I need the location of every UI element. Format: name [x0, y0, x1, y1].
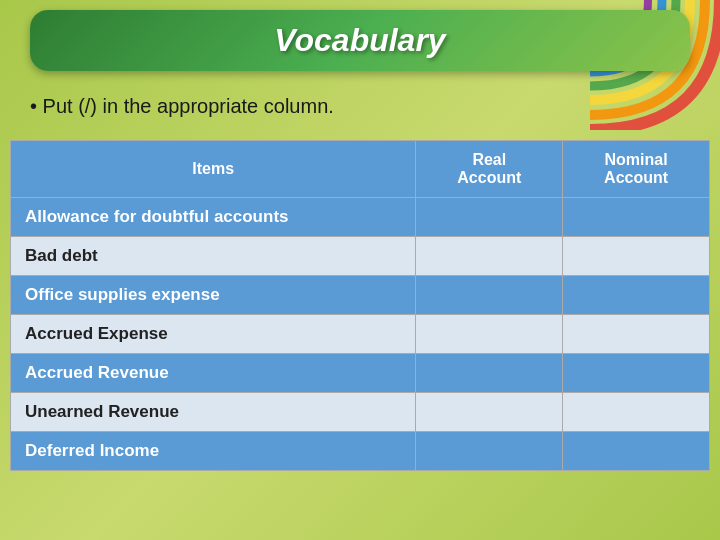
table-row: Accrued Expense [11, 315, 710, 354]
table-row: Allowance for doubtful accounts [11, 198, 710, 237]
table-cell-nominal [563, 276, 710, 315]
page-title: Vocabulary [274, 22, 445, 58]
col-header-items: Items [11, 141, 416, 198]
table-cell-item: Accrued Revenue [11, 354, 416, 393]
table-row: Deferred Income [11, 432, 710, 471]
table-cell-item: Accrued Expense [11, 315, 416, 354]
table-row: Unearned Revenue [11, 393, 710, 432]
subtitle-text: • Put (/) in the appropriate column. [30, 95, 334, 117]
table-cell-nominal [563, 354, 710, 393]
table-cell-nominal [563, 237, 710, 276]
table-cell-nominal [563, 315, 710, 354]
table-cell-nominal [563, 432, 710, 471]
table-row: Bad debt [11, 237, 710, 276]
table-cell-item: Unearned Revenue [11, 393, 416, 432]
table-row: Accrued Revenue [11, 354, 710, 393]
table-cell-nominal [563, 198, 710, 237]
table-cell-real [416, 432, 563, 471]
table-row: Office supplies expense [11, 276, 710, 315]
table-header-row: Items RealAccount Nominal Account [11, 141, 710, 198]
vocabulary-table-container: Items RealAccount Nominal Account Allowa… [10, 140, 710, 530]
header-banner: Vocabulary [30, 10, 690, 71]
table-cell-real [416, 276, 563, 315]
col-header-real: RealAccount [416, 141, 563, 198]
table-cell-real [416, 198, 563, 237]
vocabulary-table: Items RealAccount Nominal Account Allowa… [10, 140, 710, 471]
table-cell-item: Bad debt [11, 237, 416, 276]
table-cell-item: Allowance for doubtful accounts [11, 198, 416, 237]
table-cell-real [416, 393, 563, 432]
col-header-nominal: Nominal Account [563, 141, 710, 198]
table-cell-real [416, 237, 563, 276]
table-cell-item: Office supplies expense [11, 276, 416, 315]
table-cell-real [416, 315, 563, 354]
table-cell-item: Deferred Income [11, 432, 416, 471]
subtitle: • Put (/) in the appropriate column. [30, 95, 690, 118]
page-background: Vocabulary • Put (/) in the appropriate … [0, 0, 720, 540]
table-cell-nominal [563, 393, 710, 432]
table-cell-real [416, 354, 563, 393]
